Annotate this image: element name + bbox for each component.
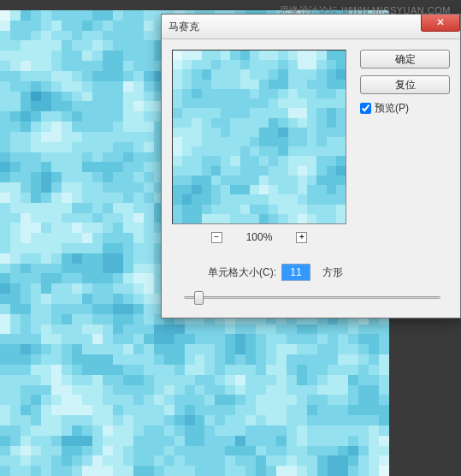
dialog-titlebar[interactable]: 马赛克 ✕: [162, 15, 460, 39]
zoom-controls: − 100% +: [172, 231, 346, 243]
close-button[interactable]: ✕: [421, 15, 460, 32]
cell-size-input[interactable]: [281, 264, 310, 281]
preview-checkbox-label: 预览(P): [375, 101, 409, 116]
zoom-in-button[interactable]: +: [296, 232, 307, 243]
dialog-body: − 100% + 单元格大小(C): 方形 确定 复位 预览(P): [162, 39, 460, 318]
cell-size-slider[interactable]: [184, 289, 440, 306]
reset-button[interactable]: 复位: [360, 75, 450, 94]
slider-thumb[interactable]: [194, 291, 204, 305]
ok-button[interactable]: 确定: [360, 50, 450, 68]
cell-size-unit: 方形: [322, 265, 343, 280]
dialog-title: 马赛克: [168, 20, 199, 34]
mosaic-dialog: 马赛克 ✕ − 100% + 单元格大小(C): 方形 确定 复位 预览(P): [161, 14, 461, 318]
zoom-out-button[interactable]: −: [211, 232, 222, 243]
dialog-right-panel: 确定 复位 预览(P): [360, 50, 450, 116]
preview-area[interactable]: [172, 50, 346, 224]
zoom-percent: 100%: [246, 231, 273, 243]
preview-mosaic: [173, 51, 346, 223]
preview-checkbox[interactable]: [360, 103, 371, 114]
slider-track: [184, 296, 440, 299]
cell-size-label: 单元格大小(C):: [208, 265, 276, 280]
cell-size-row: 单元格大小(C): 方形: [208, 264, 450, 281]
preview-checkbox-row[interactable]: 预览(P): [360, 101, 450, 116]
